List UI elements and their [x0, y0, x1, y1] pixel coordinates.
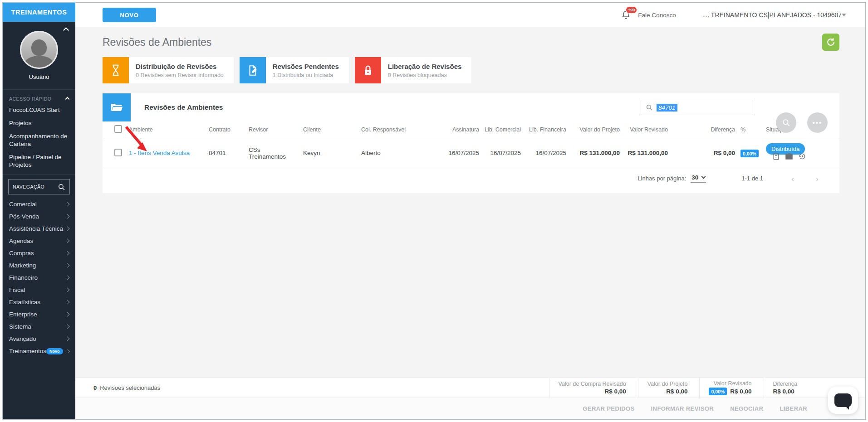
- card-title: Distribuição de Revisões: [136, 63, 224, 70]
- sidebar-item-acompanhamento-carteira[interactable]: Acompanhamento de Carteira: [3, 130, 75, 150]
- novo-button[interactable]: NOVO: [103, 8, 156, 22]
- chevron-right-icon: [65, 239, 70, 243]
- topbar: NOVO +99 Fale Conosco .... TREINAMENTO C…: [75, 3, 865, 27]
- refresh-button[interactable]: [822, 34, 839, 51]
- notifications-button[interactable]: +99: [621, 10, 631, 20]
- sidebar-item-foccolojas-start[interactable]: FoccoLOJAS Start: [3, 103, 75, 116]
- col-pct[interactable]: %: [738, 121, 763, 139]
- company-selector[interactable]: .... TREINAMENTO CS|PLANEJADOS - 1049607: [702, 11, 842, 19]
- fale-conosco-link[interactable]: Fale Conosco: [638, 12, 676, 19]
- col-contrato[interactable]: Contrato: [206, 121, 246, 139]
- chat-bubble-icon: [834, 393, 852, 407]
- sidebar-item-projetos[interactable]: Projetos: [3, 116, 75, 130]
- nav-search-box[interactable]: [8, 179, 70, 194]
- collapse-profile-icon[interactable]: [63, 27, 69, 33]
- sidebar-item-avancado[interactable]: Avançado: [3, 333, 75, 345]
- totals-bar: 0 Revisões selecionadas Valor de Compra …: [75, 378, 865, 398]
- briefcase-icon[interactable]: [785, 152, 793, 160]
- folder-open-icon: [110, 102, 123, 113]
- col-assinatura[interactable]: Assinatura: [435, 121, 482, 139]
- col-lib-comercial[interactable]: Lib. Comercial: [482, 121, 524, 139]
- col-ambiente[interactable]: Ambiente: [126, 121, 206, 139]
- sidebar-item-pos-venda[interactable]: Pós-Venda: [3, 210, 75, 223]
- sidebar-item-treinamentos[interactable]: TreinamentosNovo: [3, 345, 75, 357]
- card-liberacao-revisoes[interactable]: Liberação de Revisões 0 Revisões bloquea…: [355, 57, 472, 83]
- cell-diferenca: R$ 0,00: [671, 139, 738, 167]
- col-diferenca[interactable]: Diferença: [671, 121, 738, 139]
- table-header-row: Ambiente Contrato Revisor Cliente Col. R…: [103, 121, 839, 139]
- liberar-button[interactable]: LIBERAR: [780, 405, 807, 412]
- avatar[interactable]: [20, 31, 58, 69]
- col-cliente[interactable]: Cliente: [300, 121, 358, 139]
- search-icon: [58, 183, 65, 191]
- revisions-panel: Revisões de Ambientes 84701 •••: [103, 93, 839, 193]
- sidebar-item-financeiro[interactable]: Financeiro: [3, 272, 75, 284]
- divider: [3, 174, 75, 175]
- ambiente-link[interactable]: 1 - Itens Venda Avulsa: [129, 150, 190, 156]
- notes-icon[interactable]: [772, 152, 780, 160]
- sidebar-item-compras[interactable]: Compras: [3, 247, 75, 259]
- more-options-button[interactable]: •••: [807, 112, 828, 133]
- panel-title: Revisões de Ambientes: [144, 103, 223, 112]
- col-valor-projeto[interactable]: Valor do Projeto: [569, 121, 623, 139]
- sidebar-item-estatisticas[interactable]: Estatísticas: [3, 296, 75, 308]
- chevron-right-icon: [65, 288, 70, 292]
- advanced-search-button[interactable]: [776, 112, 796, 133]
- search-icon: [782, 118, 790, 127]
- col-valor-revisado[interactable]: Valor Revisado: [623, 121, 671, 139]
- brand-logo[interactable]: TREINAMENTOS: [3, 3, 75, 22]
- action-bar: GERAR PEDIDOS INFORMAR REVISOR NEGOCIAR …: [75, 398, 865, 419]
- sidebar-item-fiscal[interactable]: Fiscal: [3, 284, 75, 296]
- card-distribuicao-revisoes[interactable]: Distribuição de Revisões 0 Revisões sem …: [103, 57, 234, 83]
- row-checkbox[interactable]: [114, 149, 122, 156]
- sidebar-item-pipeline-projetos[interactable]: Pipeline / Painel de Projetos: [3, 150, 75, 171]
- cell-cliente: Kevyn: [300, 139, 358, 167]
- informar-revisor-button[interactable]: INFORMAR REVISOR: [651, 405, 714, 412]
- chevron-right-icon: [65, 312, 70, 317]
- col-lib-financeira[interactable]: Lib. Financeira: [524, 121, 569, 139]
- rows-per-page-select[interactable]: 30: [691, 174, 706, 183]
- card-subtitle: 1 Distribuida ou Iniciada: [273, 72, 339, 78]
- hourglass-icon: [110, 64, 122, 77]
- total-pct-badge: 0,00%: [709, 388, 727, 395]
- chevron-right-icon: [65, 263, 70, 268]
- search-value-selected: 84701: [657, 104, 677, 112]
- sidebar-item-enterprise[interactable]: Enterprise: [3, 308, 75, 320]
- prev-page-button[interactable]: ‹: [791, 174, 794, 183]
- gerar-pedidos-button[interactable]: GERAR PEDIDOS: [583, 405, 634, 412]
- chevron-right-icon: [65, 202, 70, 207]
- collapse-quick-access-icon[interactable]: [65, 97, 70, 101]
- table-search-input[interactable]: 84701: [641, 100, 753, 115]
- cell-valor-projeto: R$ 131.000,00: [569, 139, 623, 167]
- sidebar-item-marketing[interactable]: Marketing: [3, 259, 75, 272]
- chevron-right-icon: [65, 325, 70, 329]
- folder-tab[interactable]: [103, 93, 131, 121]
- sidebar-item-agendas[interactable]: Agendas: [3, 235, 75, 247]
- cell-lib-comercial: 16/07/2025: [482, 139, 524, 167]
- novo-badge: Novo: [46, 348, 63, 354]
- selected-label: Revisões selecionadas: [100, 384, 160, 391]
- card-revisoes-pendentes[interactable]: Revisões Pendentes 1 Distribuida ou Inic…: [240, 57, 349, 83]
- chevron-right-icon: [65, 337, 70, 341]
- edit-document-icon: [247, 64, 259, 77]
- sidebar-item-comercial[interactable]: Comercial: [3, 198, 75, 210]
- revisions-table: Ambiente Contrato Revisor Cliente Col. R…: [103, 121, 839, 167]
- user-name: Usuário: [3, 73, 75, 80]
- pagination: Linhas por página: 30 1-1 de 1 ‹ ›: [103, 167, 839, 190]
- chat-launcher-button[interactable]: [828, 387, 858, 414]
- negociar-button[interactable]: NEGOCIAR: [730, 405, 763, 412]
- quick-access-title: ACESSO RÁPIDO: [9, 96, 51, 102]
- cell-lib-financeira: 16/07/2025: [524, 139, 569, 167]
- col-revisor[interactable]: Revisor: [246, 121, 300, 139]
- nav-search-input[interactable]: [13, 184, 58, 189]
- chevron-down-icon[interactable]: [842, 14, 846, 16]
- rows-per-page-label: Linhas por página:: [638, 175, 686, 182]
- col-col-responsavel[interactable]: Col. Responsável: [358, 121, 435, 139]
- history-icon[interactable]: [798, 152, 806, 160]
- sidebar-item-assistencia-tecnica[interactable]: Assistência Técnica: [3, 223, 75, 235]
- select-all-checkbox[interactable]: [114, 125, 122, 133]
- next-page-button[interactable]: ›: [815, 174, 819, 183]
- sidebar-item-sistema[interactable]: Sistema: [3, 320, 75, 333]
- card-title: Revisões Pendentes: [273, 63, 339, 70]
- chevron-right-icon: [66, 349, 70, 353]
